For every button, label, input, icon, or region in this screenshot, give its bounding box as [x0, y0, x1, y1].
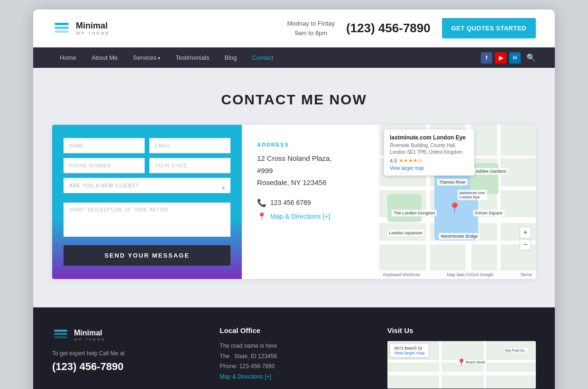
main-content: CONTACT ME NOW ARE YOU A NEW CLIENT? Yes…: [33, 68, 555, 307]
email-input[interactable]: [149, 138, 230, 153]
svg-rect-0: [55, 23, 69, 25]
nav-left: Home About Me Services Testimonials Blog…: [52, 47, 281, 68]
footer-logo-sub: WP THEME: [74, 337, 106, 342]
phone-input[interactable]: [64, 158, 145, 173]
page-title: CONTACT ME NOW: [52, 92, 536, 108]
nav-right: f ▶ in 🔍: [481, 52, 536, 64]
description-textarea[interactable]: [64, 203, 230, 237]
svg-rect-1: [55, 27, 69, 29]
contact-form-wrapper: ARE YOU A NEW CLIENT? Yes No ▾ SEND YOUR…: [52, 125, 242, 279]
map-label-bridge: Westminster Bridge: [439, 233, 479, 240]
contact-phone-row: 📞 123 456 6789: [257, 198, 364, 207]
map-background: Thames River Jubilee Gardens Westminster…: [379, 125, 536, 279]
contact-info: ADDRESS 12 Cross Noland Plaza, #999 Rose…: [242, 125, 379, 279]
footer-phone: (123) 456-7890: [52, 361, 201, 373]
footer-office-text: The road name is here The State, ID 1234…: [220, 341, 368, 382]
linkedin-icon[interactable]: in: [509, 52, 521, 64]
svg-rect-2: [55, 30, 69, 33]
map-label-aquarium: London Aquarium: [387, 230, 425, 236]
map-label-water: Thames River: [437, 179, 468, 185]
footer-map-card: 3673 Beech St View larger map: [390, 344, 429, 357]
map-overlay-card: lastminute.com London Eye Riverside Buil…: [384, 130, 474, 176]
client-select-wrapper: ARE YOU A NEW CLIENT? Yes No ▾: [64, 178, 230, 198]
nav-testimonials[interactable]: Testimonials: [168, 47, 217, 68]
form-row-2: [64, 158, 230, 173]
map-zoom-out[interactable]: −: [520, 239, 531, 250]
map-card-title: lastminute.com London Eye: [390, 134, 469, 141]
address-text: 12 Cross Noland Plaza, #999 Rosedale, NY…: [257, 152, 364, 189]
map-data-text: Map data ©2024 Google: [447, 272, 493, 277]
footer-visit-title: Visit Us: [387, 326, 536, 334]
view-larger-map-link[interactable]: View larger map: [390, 166, 469, 171]
footer-office-title: Local Office: [220, 326, 368, 334]
logo-area: Minimal WP THEME: [52, 19, 110, 38]
form-row-1: [64, 138, 230, 153]
main-nav: Home About Me Services Testimonials Blog…: [33, 47, 555, 68]
logo-icon: [52, 19, 71, 38]
map-card-address: Riverside Building, County Hall, London …: [390, 142, 469, 156]
footer-col-brand: Minimal WP THEME To get expert help Call…: [52, 326, 201, 389]
rating-stars: ★★★★½: [399, 157, 422, 164]
footer-tagline: To get expert help Call Me at: [52, 350, 201, 357]
svg-rect-3: [54, 330, 67, 332]
logo-title: Minimal: [76, 21, 110, 31]
rating-number: 4.5: [390, 158, 397, 164]
footer-office-map-link[interactable]: Map & Directions [+]: [220, 373, 271, 380]
logo-text-area: Minimal WP THEME: [76, 21, 110, 36]
footer-col-office: Local Office The road name is here The S…: [220, 326, 368, 389]
terms-link[interactable]: Terms: [521, 272, 533, 277]
nav-blog[interactable]: Blog: [217, 47, 245, 68]
footer-grid: Minimal WP THEME To get expert help Call…: [52, 326, 536, 389]
footer: Minimal WP THEME To get expert help Call…: [33, 307, 555, 389]
name-input[interactable]: [64, 138, 145, 153]
youtube-icon[interactable]: ▶: [495, 52, 506, 64]
get-quotes-button[interactable]: GET QUOTES STARTED: [442, 18, 536, 38]
footer-logo-area: Minimal WP THEME: [52, 326, 201, 343]
facebook-icon[interactable]: f: [481, 52, 492, 64]
footer-map-food-label: Key Food Su...: [504, 348, 528, 352]
phone-icon: 📞: [257, 198, 266, 207]
map-label-forum: Forum Square: [473, 210, 505, 216]
client-select[interactable]: ARE YOU A NEW CLIENT? Yes No: [64, 178, 230, 193]
map-card-rating: 4.5 ★★★★½: [390, 157, 469, 164]
footer-visit-map-link[interactable]: View larger map: [394, 351, 425, 355]
map-controls: + −: [520, 227, 531, 250]
logo-subtitle: WP THEME: [76, 31, 110, 36]
keyboard-shortcuts: Keyboard shortcuts: [383, 272, 420, 277]
contact-section: ARE YOU A NEW CLIENT? Yes No ▾ SEND YOUR…: [52, 125, 536, 279]
map-link-row: 📍 Map & Directions [+]: [257, 212, 364, 221]
map-marker: 📍: [448, 202, 461, 214]
footer-logo-icon: [52, 326, 69, 343]
header: Minimal WP THEME Modnay to Firday 9am to…: [33, 9, 555, 47]
nav-contact[interactable]: Contact: [245, 47, 281, 68]
footer-logo-title: Minimal: [74, 329, 106, 337]
header-phone: (123) 456-7890: [346, 21, 431, 36]
header-hours: Modnay to Firday 9am to 8pm: [287, 19, 334, 37]
contact-phone: 123 456 6789: [270, 199, 311, 206]
search-icon[interactable]: 🔍: [526, 53, 536, 62]
nav-home[interactable]: Home: [52, 47, 84, 68]
address-label: ADDRESS: [257, 142, 364, 148]
footer-map-thumb: 📍 Beech Street Key Food Su... 3673 Beech…: [387, 341, 536, 389]
footer-map-street-label: Beech Street: [465, 360, 487, 364]
map-label-park: Jubilee Gardens: [473, 168, 508, 175]
submit-button[interactable]: SEND YOUR MESSAGE: [64, 245, 230, 266]
svg-rect-5: [54, 336, 67, 338]
map-marker-label: lastminute.comLondon Eye: [458, 190, 487, 200]
map-label-dungeon: The London Dungeon: [392, 210, 437, 216]
map-zoom-in[interactable]: +: [520, 227, 531, 238]
map-area: Thames River Jubilee Gardens Westminster…: [379, 125, 536, 279]
map-pin-icon: 📍: [257, 212, 266, 221]
footer-visit-address: 3673 Beech St: [394, 346, 425, 351]
map-footer: Keyboard shortcuts Map data ©2024 Google…: [379, 270, 536, 279]
header-right: Modnay to Firday 9am to 8pm (123) 456-78…: [287, 18, 536, 38]
nav-about[interactable]: About Me: [84, 47, 126, 68]
svg-rect-4: [54, 333, 67, 335]
footer-col-visit: Visit Us 📍 Beech Street Key Food Su... 3…: [387, 326, 536, 389]
map-link[interactable]: Map & Directions [+]: [270, 213, 330, 220]
browser-frame: Minimal WP THEME Modnay to Firday 9am to…: [33, 9, 555, 389]
nav-services[interactable]: Services: [125, 47, 168, 68]
state-input[interactable]: [149, 158, 230, 173]
